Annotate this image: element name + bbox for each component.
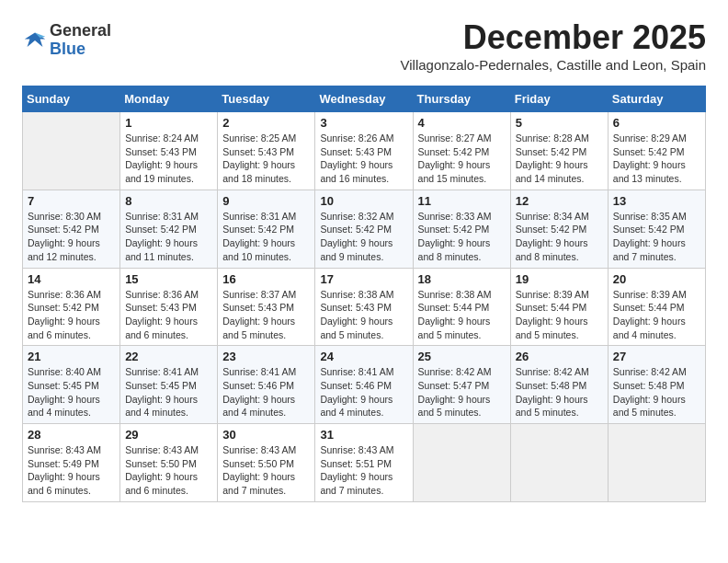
calendar-cell: 4Sunrise: 8:27 AMSunset: 5:42 PMDaylight… [413, 112, 510, 190]
day-number: 8 [125, 194, 212, 208]
calendar-cell: 12Sunrise: 8:34 AMSunset: 5:42 PMDayligh… [510, 190, 608, 268]
calendar-cell: 5Sunrise: 8:28 AMSunset: 5:42 PMDaylight… [510, 112, 608, 190]
day-number: 10 [320, 194, 407, 208]
day-info: Sunrise: 8:43 AMSunset: 5:50 PMDaylight:… [222, 443, 310, 498]
day-number: 7 [28, 194, 115, 208]
day-number: 23 [222, 350, 310, 363]
day-info: Sunrise: 8:30 AMSunset: 5:42 PMDaylight:… [28, 210, 115, 264]
day-info: Sunrise: 8:34 AMSunset: 5:42 PMDaylight:… [516, 210, 603, 264]
day-info: Sunrise: 8:27 AMSunset: 5:42 PMDaylight:… [418, 132, 506, 186]
calendar-cell: 25Sunrise: 8:42 AMSunset: 5:47 PMDayligh… [413, 346, 510, 424]
day-number: 3 [320, 116, 407, 130]
calendar-header-row: SundayMondayTuesdayWednesdayThursdayFrid… [23, 86, 706, 112]
calendar-cell: 14Sunrise: 8:36 AMSunset: 5:42 PMDayligh… [23, 268, 120, 346]
day-info: Sunrise: 8:41 AMSunset: 5:45 PMDaylight:… [125, 365, 212, 419]
day-number: 11 [418, 194, 506, 208]
day-info: Sunrise: 8:31 AMSunset: 5:42 PMDaylight:… [125, 210, 212, 264]
day-info: Sunrise: 8:38 AMSunset: 5:44 PMDaylight:… [418, 288, 506, 342]
calendar-cell: 22Sunrise: 8:41 AMSunset: 5:45 PMDayligh… [120, 346, 218, 424]
day-number: 15 [125, 272, 212, 286]
svg-marker-0 [25, 32, 45, 46]
day-number: 5 [516, 116, 603, 130]
calendar-cell: 10Sunrise: 8:32 AMSunset: 5:42 PMDayligh… [315, 190, 413, 268]
day-number: 25 [418, 350, 506, 363]
calendar-week-row: 1Sunrise: 8:24 AMSunset: 5:43 PMDaylight… [23, 112, 706, 190]
calendar-cell: 23Sunrise: 8:41 AMSunset: 5:46 PMDayligh… [218, 346, 315, 424]
day-number: 30 [222, 428, 310, 442]
calendar-cell: 3Sunrise: 8:26 AMSunset: 5:43 PMDaylight… [315, 112, 413, 190]
calendar-cell [413, 424, 510, 502]
day-number: 19 [516, 272, 603, 286]
day-info: Sunrise: 8:25 AMSunset: 5:43 PMDaylight:… [222, 132, 310, 186]
day-number: 29 [125, 428, 212, 442]
day-info: Sunrise: 8:37 AMSunset: 5:43 PMDaylight:… [222, 288, 310, 342]
column-header-wednesday: Wednesday [315, 86, 413, 112]
calendar-cell: 11Sunrise: 8:33 AMSunset: 5:42 PMDayligh… [413, 190, 510, 268]
calendar-week-row: 28Sunrise: 8:43 AMSunset: 5:49 PMDayligh… [23, 424, 706, 502]
calendar-cell: 26Sunrise: 8:42 AMSunset: 5:48 PMDayligh… [510, 346, 608, 424]
calendar-cell: 30Sunrise: 8:43 AMSunset: 5:50 PMDayligh… [218, 424, 315, 502]
column-header-thursday: Thursday [413, 86, 510, 112]
calendar-cell: 16Sunrise: 8:37 AMSunset: 5:43 PMDayligh… [218, 268, 315, 346]
day-info: Sunrise: 8:43 AMSunset: 5:51 PMDaylight:… [320, 443, 407, 498]
calendar-cell: 29Sunrise: 8:43 AMSunset: 5:50 PMDayligh… [120, 424, 218, 502]
calendar-cell: 18Sunrise: 8:38 AMSunset: 5:44 PMDayligh… [413, 268, 510, 346]
day-info: Sunrise: 8:43 AMSunset: 5:50 PMDaylight:… [125, 443, 212, 498]
column-header-saturday: Saturday [608, 86, 705, 112]
calendar-cell [608, 424, 705, 502]
day-number: 27 [613, 350, 700, 363]
day-number: 26 [516, 350, 603, 363]
calendar-cell: 21Sunrise: 8:40 AMSunset: 5:45 PMDayligh… [23, 346, 120, 424]
day-info: Sunrise: 8:39 AMSunset: 5:44 PMDaylight:… [613, 288, 700, 342]
day-number: 18 [418, 272, 506, 286]
day-info: Sunrise: 8:35 AMSunset: 5:42 PMDaylight:… [613, 210, 700, 264]
calendar-cell: 24Sunrise: 8:41 AMSunset: 5:46 PMDayligh… [315, 346, 413, 424]
calendar-week-row: 21Sunrise: 8:40 AMSunset: 5:45 PMDayligh… [23, 346, 706, 424]
day-number: 12 [516, 194, 603, 208]
day-number: 1 [125, 116, 212, 130]
day-info: Sunrise: 8:42 AMSunset: 5:48 PMDaylight:… [516, 365, 603, 419]
day-info: Sunrise: 8:39 AMSunset: 5:44 PMDaylight:… [516, 288, 603, 342]
day-number: 28 [28, 428, 115, 442]
column-header-tuesday: Tuesday [218, 86, 315, 112]
logo-blue-text: Blue [50, 40, 85, 58]
day-info: Sunrise: 8:42 AMSunset: 5:48 PMDaylight:… [613, 365, 700, 419]
calendar-body: 1Sunrise: 8:24 AMSunset: 5:43 PMDaylight… [23, 112, 706, 502]
day-info: Sunrise: 8:41 AMSunset: 5:46 PMDaylight:… [320, 365, 407, 419]
day-info: Sunrise: 8:43 AMSunset: 5:49 PMDaylight:… [28, 443, 115, 498]
day-number: 16 [222, 272, 310, 286]
day-info: Sunrise: 8:36 AMSunset: 5:42 PMDaylight:… [28, 288, 115, 342]
subtitle: Villagonzalo-Pedernales, Castille and Le… [401, 57, 706, 73]
logo-bird-icon [22, 28, 48, 53]
day-number: 17 [320, 272, 407, 286]
calendar-cell: 1Sunrise: 8:24 AMSunset: 5:43 PMDaylight… [120, 112, 218, 190]
logo: General Blue [22, 22, 111, 59]
day-number: 9 [222, 194, 310, 208]
calendar-table: SundayMondayTuesdayWednesdayThursdayFrid… [22, 86, 706, 502]
calendar-week-row: 14Sunrise: 8:36 AMSunset: 5:42 PMDayligh… [23, 268, 706, 346]
calendar-cell: 31Sunrise: 8:43 AMSunset: 5:51 PMDayligh… [315, 424, 413, 502]
calendar-cell: 2Sunrise: 8:25 AMSunset: 5:43 PMDaylight… [218, 112, 315, 190]
calendar-cell: 7Sunrise: 8:30 AMSunset: 5:42 PMDaylight… [23, 190, 120, 268]
day-info: Sunrise: 8:32 AMSunset: 5:42 PMDaylight:… [320, 210, 407, 264]
day-number: 24 [320, 350, 407, 363]
day-number: 31 [320, 428, 407, 442]
day-number: 4 [418, 116, 506, 130]
calendar-cell: 27Sunrise: 8:42 AMSunset: 5:48 PMDayligh… [608, 346, 705, 424]
column-header-sunday: Sunday [23, 86, 120, 112]
day-number: 6 [613, 116, 700, 130]
day-info: Sunrise: 8:40 AMSunset: 5:45 PMDaylight:… [28, 365, 115, 419]
calendar-cell: 15Sunrise: 8:36 AMSunset: 5:43 PMDayligh… [120, 268, 218, 346]
day-info: Sunrise: 8:26 AMSunset: 5:43 PMDaylight:… [320, 132, 407, 186]
calendar-cell: 8Sunrise: 8:31 AMSunset: 5:42 PMDaylight… [120, 190, 218, 268]
month-title: December 2025 [401, 18, 706, 57]
day-info: Sunrise: 8:29 AMSunset: 5:42 PMDaylight:… [613, 132, 700, 186]
calendar-cell: 17Sunrise: 8:38 AMSunset: 5:43 PMDayligh… [315, 268, 413, 346]
day-info: Sunrise: 8:38 AMSunset: 5:43 PMDaylight:… [320, 288, 407, 342]
day-number: 22 [125, 350, 212, 363]
calendar-cell [23, 112, 120, 190]
calendar-cell: 9Sunrise: 8:31 AMSunset: 5:42 PMDaylight… [218, 190, 315, 268]
day-number: 20 [613, 272, 700, 286]
calendar-week-row: 7Sunrise: 8:30 AMSunset: 5:42 PMDaylight… [23, 190, 706, 268]
day-info: Sunrise: 8:28 AMSunset: 5:42 PMDaylight:… [516, 132, 603, 186]
